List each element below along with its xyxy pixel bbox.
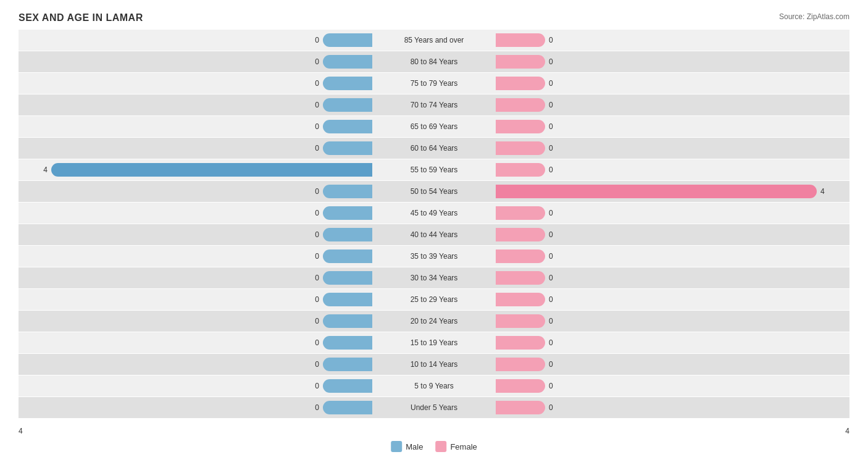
table-row: 040 to 44 Years0 <box>19 224 849 245</box>
female-value: 0 <box>545 36 553 44</box>
source-label: Source: ZipAtlas.com <box>779 12 849 21</box>
table-row: 070 to 74 Years0 <box>19 94 849 115</box>
female-bar <box>496 206 545 220</box>
female-value: 0 <box>545 122 553 131</box>
male-value: 0 <box>315 144 323 153</box>
male-value: 0 <box>315 252 323 261</box>
female-value: 0 <box>545 230 553 239</box>
age-label: 85 Years and over <box>372 36 496 44</box>
table-row: 05 to 9 Years0 <box>19 375 849 396</box>
table-row: 050 to 54 Years4 <box>19 181 849 202</box>
male-bar <box>323 271 372 285</box>
female-legend-label: Female <box>450 442 477 451</box>
axis-left-value: 4 <box>0 427 23 435</box>
female-value: 0 <box>545 274 553 282</box>
chart-container: SEX AND AGE IN LAMAR Source: ZipAtlas.co… <box>0 0 868 457</box>
legend-male: Male <box>391 441 423 452</box>
male-value: 0 <box>315 403 323 412</box>
table-row: 020 to 24 Years0 <box>19 311 849 332</box>
male-value: 0 <box>315 317 323 325</box>
male-bar <box>323 401 372 414</box>
male-value: 0 <box>315 122 323 131</box>
female-value: 0 <box>545 403 553 412</box>
female-bar <box>496 120 545 133</box>
female-bar <box>496 141 545 155</box>
female-bar <box>496 33 545 47</box>
table-row: 085 Years and over0 <box>19 30 849 51</box>
axis-right-value: 4 <box>845 427 868 435</box>
male-bar <box>323 249 372 263</box>
age-label: 20 to 24 Years <box>372 317 496 325</box>
male-value: 0 <box>315 295 323 304</box>
male-bar <box>323 314 372 328</box>
age-label: 5 to 9 Years <box>372 382 496 390</box>
age-label: 65 to 69 Years <box>372 122 496 131</box>
age-label: 70 to 74 Years <box>372 101 496 109</box>
female-bar <box>496 293 545 306</box>
chart-area: 085 Years and over0080 to 84 Years0075 t… <box>19 30 849 394</box>
female-bar <box>496 271 545 285</box>
male-value: 0 <box>315 209 323 217</box>
female-bar <box>496 401 545 414</box>
female-value: 0 <box>545 295 553 304</box>
male-bar <box>323 120 372 133</box>
female-bar <box>496 55 545 69</box>
legend: Male Female <box>391 441 477 452</box>
male-value: 0 <box>315 360 323 369</box>
female-legend-box <box>435 441 446 452</box>
age-label: 75 to 79 Years <box>372 79 496 88</box>
male-legend-label: Male <box>406 442 423 451</box>
age-label: 80 to 84 Years <box>372 57 496 66</box>
male-value: 0 <box>315 187 323 196</box>
male-bar <box>323 293 372 306</box>
age-label: 55 to 59 Years <box>372 166 496 174</box>
female-bar <box>496 336 545 350</box>
table-row: 455 to 59 Years0 <box>19 159 849 180</box>
male-value: 4 <box>43 166 51 174</box>
male-bar <box>323 228 372 241</box>
female-bar <box>496 379 545 393</box>
male-bar <box>323 33 372 47</box>
table-row: 015 to 19 Years0 <box>19 332 849 353</box>
male-value: 0 <box>315 274 323 282</box>
table-row: 080 to 84 Years0 <box>19 51 849 72</box>
table-row: 060 to 64 Years0 <box>19 138 849 159</box>
male-bar <box>51 163 372 177</box>
legend-female: Female <box>435 441 477 452</box>
age-label: 25 to 29 Years <box>372 295 496 304</box>
chart-title: SEX AND AGE IN LAMAR <box>19 12 849 23</box>
female-value: 4 <box>817 187 825 196</box>
male-bar <box>323 185 372 198</box>
male-value: 0 <box>315 101 323 109</box>
female-value: 0 <box>545 166 553 174</box>
table-row: 045 to 49 Years0 <box>19 203 849 224</box>
table-row: 030 to 34 Years0 <box>19 267 849 288</box>
male-value: 0 <box>315 57 323 66</box>
female-value: 0 <box>545 338 553 347</box>
male-legend-box <box>391 441 402 452</box>
male-bar <box>323 206 372 220</box>
male-value: 0 <box>315 230 323 239</box>
female-bar <box>496 163 545 177</box>
female-bar <box>496 185 817 198</box>
female-bar <box>496 228 545 241</box>
male-bar <box>323 336 372 350</box>
female-value: 0 <box>545 79 553 88</box>
female-value: 0 <box>545 209 553 217</box>
male-bar <box>323 358 372 371</box>
age-label: 10 to 14 Years <box>372 360 496 369</box>
female-bar <box>496 77 545 90</box>
female-bar <box>496 358 545 371</box>
male-value: 0 <box>315 79 323 88</box>
male-bar <box>323 379 372 393</box>
age-label: 15 to 19 Years <box>372 338 496 347</box>
age-label: 50 to 54 Years <box>372 187 496 196</box>
male-value: 0 <box>315 338 323 347</box>
female-value: 0 <box>545 57 553 66</box>
age-label: 45 to 49 Years <box>372 209 496 217</box>
male-bar <box>323 77 372 90</box>
female-bar <box>496 98 545 112</box>
age-label: 35 to 39 Years <box>372 252 496 261</box>
female-value: 0 <box>545 144 553 153</box>
female-value: 0 <box>545 382 553 390</box>
